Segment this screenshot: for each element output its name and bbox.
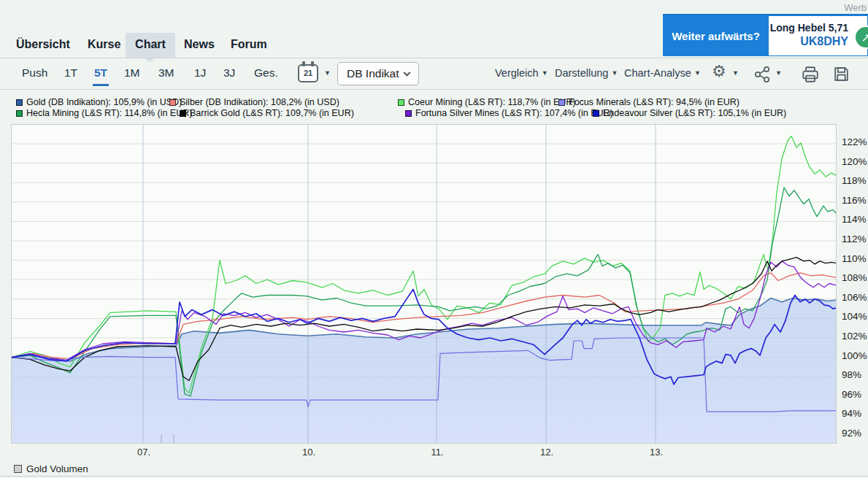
volume-legend-square-icon bbox=[14, 465, 22, 473]
top-ad-strip: Werb bbox=[0, 0, 868, 13]
y-axis-label: 104% bbox=[842, 311, 868, 322]
period-5t[interactable]: 5T bbox=[94, 60, 107, 88]
calendar-icon[interactable]: 21 bbox=[298, 64, 318, 82]
y-axis-label: 116% bbox=[842, 195, 868, 206]
chevron-down-icon bbox=[403, 69, 410, 77]
divider bbox=[0, 58, 868, 58]
gear-icon[interactable]: ⚙ bbox=[712, 61, 726, 82]
legend-item[interactable]: Fortuna Silver Mines (L&S RT): 107,4% (i… bbox=[405, 108, 613, 119]
y-axis-label: 102% bbox=[842, 331, 868, 342]
legend-color-icon bbox=[16, 99, 23, 106]
indicator-select-button[interactable]: DB Indikat bbox=[337, 62, 419, 85]
series-legend: Gold (DB Indikation): 105,9% (in USD)Sil… bbox=[11, 97, 858, 120]
x-axis-label: 11. bbox=[424, 447, 450, 458]
nav-tab-kurse[interactable]: Kurse bbox=[88, 33, 120, 58]
share-dropdown-arrow[interactable]: ▼ bbox=[775, 60, 782, 88]
legend-item[interactable]: Focus Minerals (L&S RT): 94,5% (in EUR) bbox=[558, 97, 740, 108]
calendar-dropdown-arrow[interactable]: ▼ bbox=[324, 60, 331, 88]
y-axis-label: 114% bbox=[842, 214, 868, 225]
y-axis-label: 106% bbox=[842, 292, 868, 303]
legend-item[interactable]: Endeavour Silver (L&S RT): 105,1% (in EU… bbox=[593, 108, 786, 119]
y-axis-label: 94% bbox=[842, 408, 868, 419]
price-chart[interactable] bbox=[11, 124, 837, 444]
divider bbox=[0, 89, 868, 90]
legend-color-icon bbox=[593, 110, 599, 117]
y-axis-label: 112% bbox=[842, 234, 868, 244]
legend-label: Barrick Gold (L&S RT): 109,7% (in EUR) bbox=[190, 108, 354, 118]
menu-chart-analyse[interactable]: Chart-Analyse ▼ bbox=[624, 60, 701, 88]
chart-canvas[interactable] bbox=[12, 125, 836, 443]
y-axis-label: 92% bbox=[842, 428, 868, 439]
period-1m[interactable]: 1M bbox=[124, 60, 140, 88]
legend-item[interactable]: Gold (DB Indikation): 105,9% (in USD) bbox=[16, 97, 182, 108]
volume-legend-label: Gold Volumen bbox=[26, 463, 88, 474]
period-1j[interactable]: 1J bbox=[194, 60, 206, 88]
legend-item[interactable]: Coeur Mining (L&S RT): 118,7% (in EUR) bbox=[398, 97, 575, 108]
period-3m[interactable]: 3M bbox=[158, 60, 174, 88]
legend-color-icon bbox=[398, 99, 404, 106]
legend-color-icon bbox=[405, 110, 412, 117]
legend-color-icon bbox=[16, 110, 23, 117]
legend-item[interactable]: Hecla Mining (L&S RT): 114,8% (in EUR) bbox=[16, 108, 192, 119]
legend-label: Silber (DB Indikation): 108,2% (in USD) bbox=[180, 97, 339, 107]
dropdown-arrow-icon: ▼ bbox=[694, 69, 701, 77]
main-nav: Übersicht Kurse Chart News Forum bbox=[0, 33, 868, 58]
nav-tab-forum[interactable]: Forum bbox=[231, 33, 267, 58]
y-axis-label: 100% bbox=[842, 350, 868, 361]
legend-label: Hecla Mining (L&S RT): 114,8% (in EUR) bbox=[26, 108, 192, 118]
period-push[interactable]: Push bbox=[22, 60, 47, 88]
divider bbox=[0, 476, 868, 477]
legend-color-icon bbox=[169, 99, 176, 106]
dropdown-arrow-icon: ▼ bbox=[542, 69, 548, 77]
y-axis-label: 108% bbox=[842, 272, 868, 283]
legend-color-icon bbox=[558, 99, 565, 106]
nav-tab-news[interactable]: News bbox=[184, 33, 215, 58]
dropdown-arrow-icon: ▼ bbox=[611, 69, 618, 77]
legend-label: Gold (DB Indikation): 105,9% (in USD) bbox=[26, 97, 182, 107]
nav-tab-chart[interactable]: Chart bbox=[126, 33, 175, 58]
product-name: Long Hebel 5,71 bbox=[769, 22, 848, 34]
y-axis-label: 120% bbox=[842, 156, 868, 167]
y-axis-label: 98% bbox=[842, 369, 868, 380]
nav-tab-uebersicht[interactable]: Übersicht bbox=[16, 33, 70, 58]
y-axis-label: 122% bbox=[842, 136, 868, 147]
legend-label: Fortuna Silver Mines (L&S RT): 107,4% (i… bbox=[415, 108, 613, 118]
x-axis-label: 10. bbox=[296, 447, 322, 458]
legend-label: Endeavour Silver (L&S RT): 105,1% (in EU… bbox=[603, 108, 786, 118]
period-ges[interactable]: Ges. bbox=[254, 60, 278, 88]
y-axis-label: 118% bbox=[842, 175, 868, 186]
y-axis-label: 96% bbox=[842, 389, 868, 400]
legend-color-icon bbox=[180, 110, 186, 117]
share-icon[interactable] bbox=[753, 66, 771, 86]
settings-dropdown-arrow[interactable]: ▼ bbox=[732, 60, 739, 88]
y-axis-label: 110% bbox=[842, 253, 868, 264]
save-icon[interactable] bbox=[832, 65, 850, 86]
x-axis-label: 07. bbox=[131, 447, 157, 458]
legend-label: Focus Minerals (L&S RT): 94,5% (in EUR) bbox=[569, 97, 740, 107]
menu-vergleich[interactable]: Vergleich ▼ bbox=[495, 60, 548, 88]
x-axis-label: 13. bbox=[643, 447, 669, 458]
volume-legend[interactable]: Gold Volumen bbox=[14, 463, 88, 474]
chart-toolbar: Push 1T 5T 1M 3M 1J 3J Ges. 21 ▼ DB Indi… bbox=[0, 60, 868, 89]
printer-icon[interactable] bbox=[801, 65, 820, 87]
menu-darstellung[interactable]: Darstellung ▼ bbox=[555, 60, 618, 88]
ad-hint-label: Werb bbox=[844, 2, 867, 13]
x-axis-label: 12. bbox=[534, 447, 560, 458]
period-1t[interactable]: 1T bbox=[64, 60, 77, 88]
period-3j[interactable]: 3J bbox=[223, 60, 235, 88]
legend-label: Coeur Mining (L&S RT): 118,7% (in EUR) bbox=[408, 97, 575, 107]
legend-item[interactable]: Silber (DB Indikation): 108,2% (in USD) bbox=[169, 97, 339, 108]
legend-item[interactable]: Barrick Gold (L&S RT): 109,7% (in EUR) bbox=[180, 108, 354, 119]
